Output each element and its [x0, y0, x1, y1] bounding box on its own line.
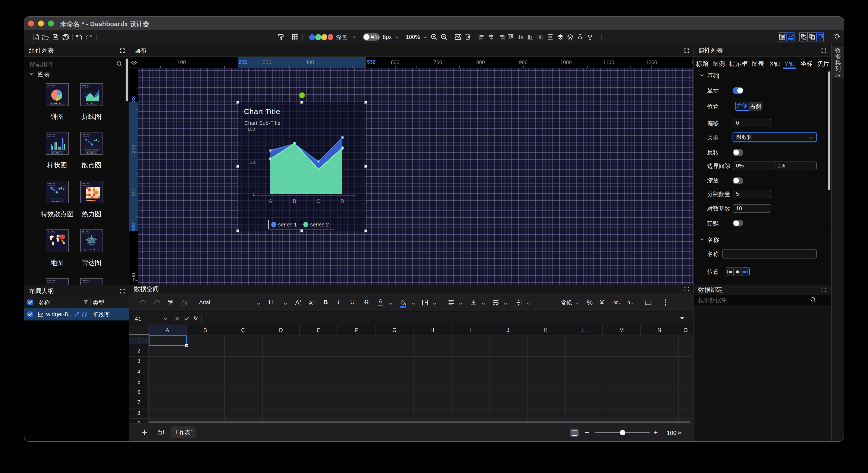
svg-text:Chart Sub-Title: Chart Sub-Title — [244, 120, 281, 126]
svg-text:series 1: series 1 — [88, 103, 91, 104]
svg-text:series 2: series 2 — [93, 152, 96, 153]
svg-text:Chart Title: Chart Title — [82, 279, 90, 282]
svg-text:1: 1 — [252, 191, 255, 197]
svg-text:series 1: series 1 — [54, 152, 57, 153]
svg-text:series 2: series 2 — [310, 221, 329, 228]
svg-text:Chart Title: Chart Title — [48, 231, 55, 233]
svg-text:Chart Title: Chart Title — [82, 182, 90, 184]
svg-text:A: A — [51, 150, 52, 151]
svg-text:Chart Title: Chart Title — [82, 85, 90, 87]
svg-text:Chart Sub-Title: Chart Sub-Title — [48, 282, 55, 283]
svg-text:series 3: series 3 — [95, 249, 99, 250]
svg-text:Chart Sub-Title: Chart Sub-Title — [48, 136, 55, 137]
svg-text:Chart Title: Chart Title — [244, 107, 280, 116]
svg-text:Chart Title: Chart Title — [48, 182, 55, 184]
svg-text:Chart Sub-Title: Chart Sub-Title — [48, 87, 55, 88]
svg-text:Chart Sub-Title: Chart Sub-Title — [82, 184, 90, 186]
svg-text:Chart Sub-Title: Chart Sub-Title — [48, 233, 55, 234]
svg-text:Chart Sub-Title: Chart Sub-Title — [82, 233, 90, 234]
svg-text:C: C — [316, 198, 320, 204]
svg-text:Chart Sub-Title: Chart Sub-Title — [48, 184, 55, 186]
svg-text:En: En — [804, 36, 806, 39]
svg-text:Chart Title: Chart Title — [82, 133, 90, 135]
svg-text:series 2: series 2 — [58, 152, 62, 153]
svg-text:Chart Title: Chart Title — [48, 85, 55, 87]
svg-text:85.4: 85.4 — [89, 150, 91, 151]
svg-text:series 2: series 2 — [91, 249, 94, 250]
svg-text:series 2: series 2 — [93, 103, 96, 104]
svg-text:B: B — [293, 198, 296, 204]
svg-text:series 2: series 2 — [58, 201, 62, 202]
svg-text:Chart Sub-Title: Chart Sub-Title — [82, 282, 90, 283]
svg-text:B: B — [55, 103, 56, 104]
svg-text:series 1: series 1 — [278, 221, 297, 228]
svg-text:Chart Title: Chart Title — [48, 279, 55, 282]
svg-text:C: C — [58, 103, 59, 104]
svg-text:OS: OS — [818, 35, 822, 38]
svg-text:85.8: 85.8 — [93, 150, 95, 151]
svg-text:Chart Title: Chart Title — [48, 133, 55, 135]
svg-text:B: B — [55, 150, 56, 151]
svg-text:文: 文 — [812, 36, 815, 39]
svg-text:100: 100 — [247, 126, 255, 132]
svg-text:40.3: 40.3 — [86, 150, 87, 151]
svg-text:D: D — [98, 101, 99, 102]
svg-text:D: D — [63, 150, 64, 151]
svg-text:C: C — [59, 150, 60, 151]
svg-text:D: D — [340, 198, 344, 204]
svg-text:series 1: series 1 — [87, 249, 90, 250]
svg-text:series 1: series 1 — [88, 152, 91, 153]
svg-text:Chart Title: Chart Title — [82, 231, 90, 233]
svg-text:series 1: series 1 — [54, 201, 57, 202]
svg-text:A: A — [53, 103, 54, 104]
svg-text:10: 10 — [250, 159, 255, 165]
svg-text:Chart Sub-Title: Chart Sub-Title — [82, 87, 90, 88]
svg-text:C: C — [94, 101, 95, 102]
svg-text:A: A — [269, 198, 272, 204]
svg-text:Chart Sub-Title: Chart Sub-Title — [82, 136, 90, 137]
svg-text:D: D — [60, 103, 61, 104]
svg-text:85.2: 85.2 — [97, 150, 99, 151]
svg-text:B: B — [90, 101, 90, 102]
svg-text:A: A — [86, 101, 86, 102]
